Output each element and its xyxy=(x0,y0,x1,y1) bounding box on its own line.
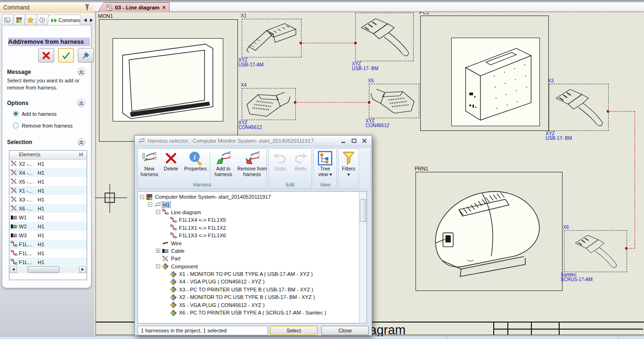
connection-line[interactable] xyxy=(635,111,635,248)
connector-label: X6 xyxy=(563,225,569,230)
expand-icon[interactable]: + xyxy=(156,249,160,253)
minimize-icon[interactable] xyxy=(340,137,347,144)
selection-collapse-icon[interactable] xyxy=(77,138,85,146)
tab-history[interactable] xyxy=(36,14,48,25)
undo-button: Undo xyxy=(269,149,290,181)
connector-box-x1[interactable] xyxy=(242,19,302,57)
new-button[interactable]: Newharness xyxy=(139,149,160,181)
connector-box-x3[interactable] xyxy=(549,84,609,131)
selection-list-item[interactable]: W1H1 xyxy=(9,213,87,222)
cable-icon xyxy=(10,223,17,230)
connector-box-x2[interactable] xyxy=(355,13,414,61)
close-icon[interactable] xyxy=(361,137,368,144)
close-button[interactable]: Close xyxy=(321,326,369,335)
tree-item[interactable]: X2 - MONITOR TO PC USB TYPE B ( USB-17- … xyxy=(138,293,367,301)
tree-item[interactable]: −Computer Monitor System- start_20140520… xyxy=(138,193,367,201)
tab-scroll-right-icon[interactable] xyxy=(89,17,94,24)
scroll-right-icon[interactable] xyxy=(79,266,86,273)
collapse-icon[interactable]: − xyxy=(140,195,144,199)
pin-panel-icon[interactable] xyxy=(83,4,91,11)
radio-add-to-harness[interactable]: Add to harness xyxy=(13,111,57,117)
tab-favorites[interactable] xyxy=(24,14,37,25)
harness-value: H1 xyxy=(38,233,44,238)
tab-properties[interactable] xyxy=(1,14,14,25)
tree-item[interactable]: F1L1X1 <-> F1L1X2 xyxy=(138,224,367,232)
connector-box-x5[interactable] xyxy=(369,84,419,118)
tree-item[interactable]: − H1 xyxy=(138,201,367,208)
tree-item[interactable]: F1L1X3 <-> F1L1X6 xyxy=(138,232,367,239)
scrollbar-thumb[interactable] xyxy=(27,266,59,273)
connection-line[interactable] xyxy=(608,111,635,112)
scroll-left-icon[interactable] xyxy=(10,266,17,273)
cancel-button[interactable] xyxy=(38,48,54,63)
connector-part-number: USB-17- BM xyxy=(546,136,572,141)
tree-item[interactable]: X3 - PC TO PRINTER USB TYPE B ( USB-17- … xyxy=(138,286,367,293)
tab-command[interactable]: Command xyxy=(48,15,81,25)
device-box-prn1[interactable] xyxy=(416,172,562,291)
properties-button[interactable]: iProperties xyxy=(182,149,209,181)
selection-hscrollbar[interactable] xyxy=(10,266,86,273)
tree-item[interactable]: −Component xyxy=(138,263,367,270)
options-collapse-icon[interactable] xyxy=(77,99,85,107)
collapse-icon[interactable]: − xyxy=(156,264,160,268)
selection-list-item[interactable]: X1 -...H1 xyxy=(9,186,87,195)
column-divider[interactable] xyxy=(37,152,37,158)
tree-item[interactable]: X1 - MONITOR TO PC USB TYPE A ( USB-17-A… xyxy=(138,270,367,278)
tree-vscrollbar[interactable] xyxy=(359,192,367,323)
selection-list-item[interactable]: F1L...H1 xyxy=(9,240,87,249)
ok-button[interactable] xyxy=(58,48,74,63)
tree-button[interactable]: Treeview ▾ xyxy=(314,149,336,181)
tree-item[interactable]: X6 - PC TO PRINTER USB TYPE A ( SCRUS-17… xyxy=(138,309,367,316)
selection-list-item[interactable]: X3 -...H1 xyxy=(9,195,87,204)
tree-item[interactable]: X5 - VGA PLUG ( CON45612 - XYZ ) xyxy=(138,301,367,308)
delete-button[interactable]: Delete xyxy=(160,149,182,181)
connection-line[interactable] xyxy=(295,102,369,103)
component-icon xyxy=(162,263,169,270)
remove-from-button[interactable]: Remove fromharness xyxy=(236,149,268,181)
document-tab[interactable]: 03 - Line diagram × xyxy=(98,2,170,12)
tree-item[interactable]: −Line diagram xyxy=(138,209,367,216)
collapse-icon[interactable]: − xyxy=(156,210,160,214)
keep-visible-button[interactable] xyxy=(78,48,94,63)
select-button[interactable]: Select xyxy=(270,326,318,335)
selection-list-item[interactable]: F1L...H1 xyxy=(9,249,87,258)
tree-item-label: Part xyxy=(170,256,181,261)
selection-list-item[interactable]: F1L...H1 xyxy=(9,258,87,265)
tree-item[interactable]: Part xyxy=(138,255,367,262)
tree-item[interactable]: F1L1X4 <-> F1L1X5 xyxy=(138,216,367,224)
command-panel: Command Command Add/remove from harness xyxy=(0,2,94,336)
harness-column-header[interactable]: H xyxy=(79,152,83,157)
tree-item[interactable]: Wire xyxy=(138,239,367,247)
tree-item[interactable]: X4 - VGA PLUG ( CON45612 - XYZ ) xyxy=(138,278,367,285)
message-collapse-icon[interactable] xyxy=(77,68,85,76)
restore-icon[interactable] xyxy=(351,137,358,144)
harness-value: H1 xyxy=(38,259,44,265)
monitor-drawing xyxy=(114,40,222,120)
connector-box-x4[interactable] xyxy=(242,88,296,120)
selection-list-item[interactable]: W3H1 xyxy=(9,231,87,240)
selection-list-item[interactable]: X4 -...H1 xyxy=(9,168,87,177)
selection-list-item[interactable]: W2H1 xyxy=(9,222,87,231)
properties-icon: i xyxy=(188,151,203,166)
add-to-button[interactable]: Add toharness xyxy=(211,149,236,181)
tab-components[interactable] xyxy=(13,14,25,25)
tree-item-label: Computer Monitor System- start_201405201… xyxy=(154,194,272,200)
command-panel-titlebar: Command xyxy=(0,2,94,13)
tree-item[interactable]: +Cable xyxy=(138,247,367,255)
selection-list-item[interactable]: X5 -...H1 xyxy=(9,177,87,186)
connection-line[interactable] xyxy=(301,43,355,43)
selection-list-item[interactable]: X6 -...H1 xyxy=(9,204,87,213)
radio-remove-from-harness[interactable]: Remove from harness xyxy=(13,122,73,129)
connector-box-x6[interactable] xyxy=(564,230,627,272)
document-tab-close-icon[interactable]: × xyxy=(163,4,166,11)
ribbon-button-label: Undo xyxy=(269,166,290,171)
selection-list-item[interactable]: X2 -...H1 xyxy=(9,159,87,168)
selection-list-header[interactable]: Elements H xyxy=(9,151,87,160)
collapse-icon[interactable]: − xyxy=(148,202,152,207)
no-expander xyxy=(164,272,168,276)
tree-scroll-thumb[interactable] xyxy=(360,199,367,222)
tree-item-label: Component xyxy=(170,264,199,269)
dialog-titlebar[interactable]: Harness selector : Computer Monitor Syst… xyxy=(135,136,372,146)
tab-scroll-left-icon[interactable] xyxy=(82,17,88,24)
filters-button[interactable]: Filters▾ xyxy=(339,149,358,181)
